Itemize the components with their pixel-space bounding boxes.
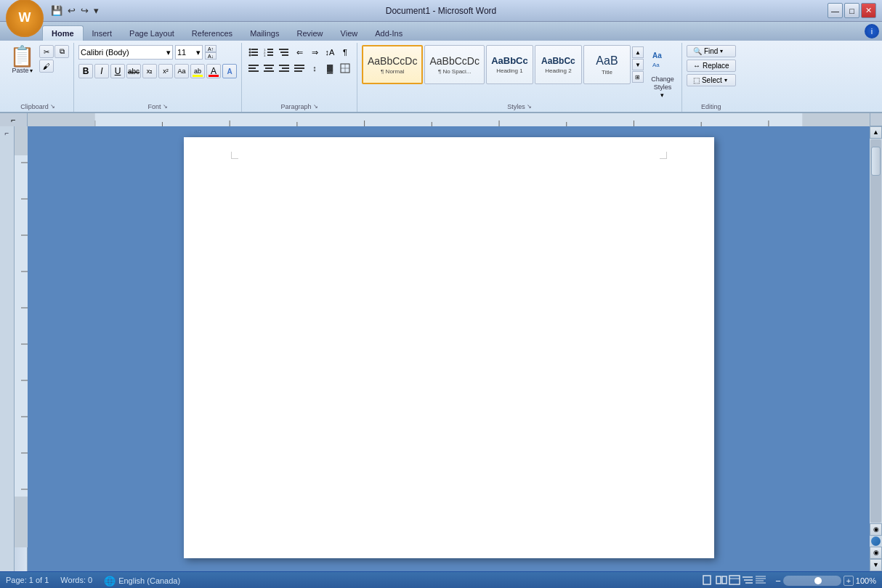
font-shrink-button[interactable]: A↓ bbox=[205, 52, 217, 60]
office-button[interactable]: W bbox=[6, 0, 44, 37]
select-dropdown[interactable]: ▾ bbox=[724, 77, 727, 83]
paste-button[interactable]: 📋 Paste ▾ bbox=[7, 45, 38, 75]
ruler-corner-button[interactable]: ⌐ bbox=[0, 113, 28, 126]
font-grow-button[interactable]: A↑ bbox=[205, 45, 217, 52]
cut-button[interactable]: ✂ bbox=[39, 45, 54, 58]
save-button[interactable]: 💾 bbox=[49, 4, 64, 17]
style-heading1[interactable]: AaBbCc Heading 1 bbox=[486, 45, 533, 84]
shading-button[interactable]: ▓ bbox=[323, 61, 337, 75]
undo-button[interactable]: ↩ bbox=[66, 4, 77, 17]
maximize-button[interactable]: □ bbox=[844, 3, 859, 18]
replace-button[interactable]: ↔ Replace bbox=[687, 60, 736, 72]
outline-view-button[interactable] bbox=[742, 575, 753, 587]
align-left-button[interactable] bbox=[246, 61, 261, 75]
svg-rect-18 bbox=[264, 65, 274, 66]
tab-add-ins[interactable]: Add-Ins bbox=[366, 26, 411, 41]
style-normal[interactable]: AaBbCcDc ¶ Normal bbox=[362, 45, 423, 84]
close-button[interactable]: ✕ bbox=[861, 3, 876, 18]
ribbon-info-button[interactable]: i bbox=[865, 24, 879, 38]
font-label[interactable]: Font ↘ bbox=[78, 103, 237, 110]
multilevel-list-button[interactable] bbox=[277, 45, 291, 60]
editing-label[interactable]: Editing bbox=[687, 103, 736, 110]
bold-button[interactable]: B bbox=[78, 64, 93, 78]
scroll-page-indicator[interactable] bbox=[871, 536, 881, 546]
align-right-button[interactable] bbox=[277, 61, 291, 75]
ruler-row: ⌐ bbox=[0, 113, 882, 126]
font-color-button[interactable]: A bbox=[206, 64, 221, 78]
svg-rect-46 bbox=[802, 113, 870, 126]
change-styles-dropdown[interactable]: ▾ bbox=[660, 91, 664, 99]
text-effects-button[interactable]: A bbox=[222, 64, 237, 78]
decrease-indent-button[interactable]: ⇐ bbox=[292, 45, 307, 60]
print-layout-button[interactable] bbox=[703, 575, 714, 587]
change-styles-button[interactable]: Aa Aa ChangeStyles ▾ bbox=[648, 45, 677, 102]
justify-button[interactable] bbox=[292, 61, 307, 75]
tab-page-layout[interactable]: Page Layout bbox=[121, 26, 183, 41]
styles-scroll-down[interactable]: ▼ bbox=[632, 59, 644, 70]
show-formatting-button[interactable]: ¶ bbox=[338, 45, 352, 60]
document-page[interactable] bbox=[184, 137, 714, 558]
sort-button[interactable]: ↕A bbox=[323, 45, 337, 60]
format-painter-button[interactable]: 🖌 bbox=[39, 60, 54, 73]
subscript-button[interactable]: x₂ bbox=[142, 64, 157, 78]
line-spacing-button[interactable]: ↕ bbox=[307, 61, 322, 75]
paragraph-label[interactable]: Paragraph ↘ bbox=[246, 103, 352, 110]
tab-references[interactable]: References bbox=[183, 26, 241, 41]
redo-button[interactable]: ↪ bbox=[79, 4, 90, 17]
strikethrough-button[interactable]: abc bbox=[126, 64, 141, 78]
style-title[interactable]: AaB Title bbox=[583, 45, 631, 84]
change-case-button[interactable]: Aa bbox=[174, 64, 189, 78]
draft-view-button[interactable] bbox=[755, 575, 766, 587]
tab-review[interactable]: Review bbox=[288, 26, 331, 41]
scroll-next-page-button[interactable]: ◉ bbox=[870, 547, 882, 559]
status-right: − + 100% bbox=[703, 575, 876, 587]
styles-expand[interactable]: ⊞ bbox=[632, 71, 644, 83]
tab-insert[interactable]: Insert bbox=[84, 26, 121, 41]
view-icons bbox=[703, 575, 766, 587]
editing-buttons: 🔍 Find ▾ ↔ Replace ⬚ Select ▾ bbox=[687, 45, 736, 86]
font-name-selector[interactable]: Calibri (Body) ▾ bbox=[78, 45, 173, 60]
scroll-track[interactable] bbox=[870, 139, 881, 523]
find-icon: 🔍 bbox=[693, 47, 702, 55]
language-status[interactable]: 🌐 English (Canada) bbox=[104, 576, 180, 587]
select-button[interactable]: ⬚ Select ▾ bbox=[687, 74, 736, 86]
scroll-thumb[interactable] bbox=[871, 147, 881, 176]
underline-button[interactable]: U bbox=[110, 64, 125, 78]
full-reading-button[interactable] bbox=[716, 575, 727, 587]
tab-stop-button[interactable]: ⌐ bbox=[0, 126, 15, 571]
copy-button[interactable]: ⧉ bbox=[54, 45, 69, 58]
style-heading2[interactable]: AaBbCc Heading 2 bbox=[535, 45, 582, 84]
borders-button[interactable] bbox=[338, 61, 352, 75]
zoom-in-button[interactable]: + bbox=[843, 576, 854, 586]
highlight-color-bar bbox=[193, 75, 203, 77]
scroll-prev-page-button[interactable]: ◉ bbox=[870, 523, 882, 536]
paste-dropdown-arrow[interactable]: ▾ bbox=[30, 68, 33, 74]
web-layout-button[interactable] bbox=[729, 575, 740, 587]
window-title: Document1 - Microsoft Word bbox=[386, 6, 497, 16]
bullets-button[interactable] bbox=[246, 45, 261, 60]
find-dropdown[interactable]: ▾ bbox=[720, 48, 723, 54]
styles-label[interactable]: Styles ↘ bbox=[362, 103, 677, 110]
minimize-button[interactable]: — bbox=[828, 3, 843, 18]
superscript-button[interactable]: x² bbox=[158, 64, 173, 78]
style-no-spacing[interactable]: AaBbCcDc ¶ No Spaci... bbox=[424, 45, 484, 84]
page-status: Page: 1 of 1 bbox=[6, 576, 49, 587]
ribbon-group-font: Calibri (Body) ▾ 11 ▾ A↑ A↓ B I U bbox=[74, 43, 242, 112]
zoom-slider[interactable] bbox=[783, 576, 841, 586]
scroll-down-button[interactable]: ▼ bbox=[870, 559, 882, 571]
tab-mailings[interactable]: Mailings bbox=[241, 26, 288, 41]
numbering-button[interactable]: 1.2.3. bbox=[262, 45, 276, 60]
styles-scroll-up[interactable]: ▲ bbox=[632, 46, 644, 58]
font-size-selector[interactable]: 11 ▾ bbox=[175, 45, 203, 60]
find-button[interactable]: 🔍 Find ▾ bbox=[687, 45, 736, 57]
increase-indent-button[interactable]: ⇒ bbox=[307, 45, 322, 60]
tab-view[interactable]: View bbox=[332, 26, 367, 41]
clipboard-label[interactable]: Clipboard ↘ bbox=[7, 103, 69, 110]
scroll-up-button[interactable]: ▲ bbox=[870, 126, 882, 139]
zoom-out-button[interactable]: − bbox=[775, 576, 781, 587]
quick-access-dropdown[interactable]: ▾ bbox=[92, 4, 100, 17]
align-center-button[interactable] bbox=[262, 61, 276, 75]
highlight-button[interactable]: ab bbox=[190, 64, 205, 78]
italic-button[interactable]: I bbox=[94, 64, 109, 78]
tab-home[interactable]: Home bbox=[42, 25, 84, 41]
